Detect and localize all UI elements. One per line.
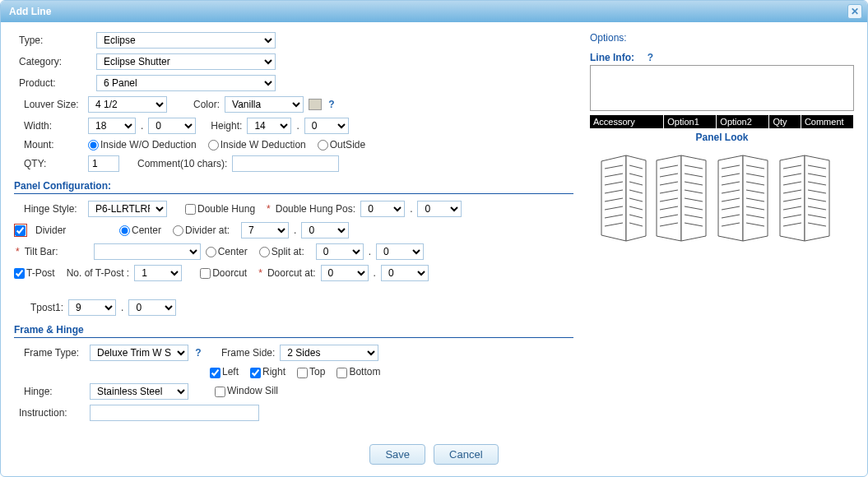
instruction-input[interactable] [90,405,259,421]
doorcut-at-whole-select[interactable]: 0 [321,265,369,281]
split-at-frac-select[interactable]: 0 [376,243,424,260]
dialog-titlebar: Add Line ✕ [1,1,867,22]
acc-col-option1: Option1 [664,115,717,128]
hinge-label: Hinge: [14,386,85,397]
window-sill-check[interactable]: Window Sill [215,385,278,396]
accessory-table: Accessory Option1 Option2 Qty Comment [590,115,854,128]
frame-side-label: Frame Side: [221,347,275,359]
hinge-style-label: Hinge Style: [14,203,83,215]
panel-config-header: Panel Configuration: [14,180,573,194]
instruction-label: Instruction: [14,407,85,419]
tilt-center-radio[interactable]: Center [206,246,248,257]
dialog-title: Add Line [9,6,51,17]
tpost-check[interactable]: T-Post [14,267,55,279]
panel-look-illustration [590,146,854,253]
hinge-style-select[interactable]: P6-LLRTLRR [88,201,167,217]
acc-col-accessory: Accessory [590,115,664,128]
product-select[interactable]: 6 Panel [96,75,276,91]
svg-marker-1 [626,155,646,241]
line-info-help-icon[interactable]: ? [645,52,655,63]
tpost1-frac-select[interactable]: 0 [128,299,176,316]
louver-select[interactable]: 4 1/2 [88,96,167,113]
color-label: Color: [193,99,220,110]
divider-center-radio[interactable]: Center [119,225,161,236]
mount-opt2[interactable]: Inside W Deduction [208,139,306,151]
options-header: Options: [590,32,854,44]
mount-opt1[interactable]: Inside W/O Deduction [88,139,197,151]
divider-at-radio[interactable]: Divider at: [173,225,230,236]
category-label: Category: [14,56,91,67]
cancel-button[interactable]: Cancel [434,444,498,465]
divider-at-whole-select[interactable]: 7 [241,222,289,238]
doorcut-at-frac-select[interactable]: 0 [381,265,429,281]
line-info-label: Line Info: [590,52,634,63]
add-line-dialog: Add Line ✕ Type: Eclipse Category: Eclip… [0,0,868,477]
comment-input[interactable] [232,155,339,172]
acc-col-comment: Comment [801,115,853,128]
product-label: Product: [14,77,91,89]
frame-type-label: Frame Type: [14,347,85,359]
double-hung-check[interactable]: Double Hung [185,203,255,215]
divider-label: Divider [35,225,93,236]
height-frac-select[interactable]: 0 [304,118,349,134]
tpost1-whole-select[interactable]: 9 [68,299,116,316]
louver-label: Louver Size: [14,99,83,110]
width-frac-select[interactable]: 0 [148,118,196,134]
side-bottom-check[interactable]: Bottom [337,366,380,377]
height-label: Height: [211,120,242,132]
side-top-check[interactable]: Top [297,366,325,377]
divider-check [15,225,26,236]
tilt-bar-label: Tilt Bar: [25,246,89,257]
color-help-icon[interactable]: ? [327,99,337,110]
dialog-footer: Save Cancel [1,438,867,476]
doorcut-at-label: Doorcut at: [267,267,316,279]
type-label: Type: [14,35,91,46]
mount-label: Mount: [14,139,83,151]
color-swatch [309,99,322,110]
frame-type-help-icon[interactable]: ? [193,347,203,359]
close-icon[interactable]: ✕ [847,4,862,19]
dh-pos-whole-select[interactable]: 0 [360,201,405,217]
tilt-bar-select[interactable] [94,243,201,260]
qty-label: QTY: [14,158,83,169]
divider-check-wrap[interactable] [14,224,27,237]
width-whole-select[interactable]: 18 [88,118,136,134]
panel-look-header: Panel Look [590,132,854,143]
width-label: Width: [14,120,83,132]
color-select[interactable]: Vanilla [225,96,304,113]
frame-type-select[interactable]: Deluxe Trim W Si [90,345,188,361]
no-tpost-select[interactable]: 1 [134,265,182,281]
dh-pos-label: Double Hung Pos: [276,203,355,215]
split-at-radio[interactable]: Split at: [259,246,304,257]
line-info-textarea[interactable] [590,65,854,111]
dh-pos-frac-select[interactable]: 0 [417,201,462,217]
split-at-whole-select[interactable]: 0 [316,243,364,260]
height-whole-select[interactable]: 14 [247,118,291,134]
no-tpost-label: No. of T-Post : [67,267,129,279]
tpost1-label: Tpost1: [30,302,63,313]
save-button[interactable]: Save [369,444,425,465]
divider-at-frac-select[interactable]: 0 [301,222,349,238]
frame-hinge-header: Frame & Hinge [14,324,573,338]
side-right-check[interactable]: Right [250,366,285,377]
doorcut-check[interactable]: Doorcut [200,267,247,279]
category-select[interactable]: Eclipse Shutter [96,53,276,70]
hinge-select[interactable]: Stainless Steel [90,383,188,400]
side-left-check[interactable]: Left [210,366,239,377]
comment-label: Comment(10 chars): [137,158,227,169]
acc-col-qty: Qty [769,115,801,128]
acc-col-option2: Option2 [717,115,769,128]
mount-opt3[interactable]: OutSide [318,139,365,151]
type-select[interactable]: Eclipse [96,32,276,49]
frame-side-select[interactable]: 2 Sides [280,345,378,361]
qty-input[interactable] [88,155,119,172]
